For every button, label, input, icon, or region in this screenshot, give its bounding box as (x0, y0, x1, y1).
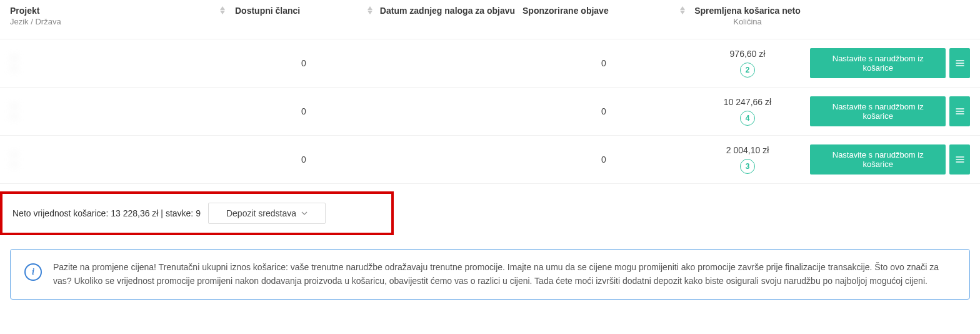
col-header-articles[interactable]: Dostupni članci (235, 5, 372, 26)
cell-cart: 2 004,10 zł 3 (685, 145, 810, 174)
cell-actions: Nastavite s narudžbom iz košarice (810, 96, 970, 126)
summary-text: Neto vrijednost košarice: 13 228,36 zł |… (12, 208, 201, 218)
table-row: — — 0 0 10 247,66 zł 4 Nastavite s narud… (0, 88, 980, 136)
cell-sponsored: 0 (522, 58, 685, 68)
table-header: Projekt Jezik / Država Dostupni članci D… (0, 0, 980, 39)
col-project-label: Projekt (10, 5, 61, 17)
cart-qty-badge: 3 (740, 159, 755, 174)
sort-icon[interactable] (368, 5, 372, 14)
col-cart-sub: Količina (694, 17, 801, 26)
cell-project: — — (10, 53, 235, 74)
deposit-funds-button[interactable]: Depozit sredstava (208, 203, 326, 224)
cart-amount: 2 004,10 zł (685, 145, 810, 155)
cell-sponsored: 0 (522, 106, 685, 116)
price-change-info: i Pazite na promjene cijena! Trenutačni … (10, 249, 970, 300)
projects-table: Projekt Jezik / Država Dostupni članci D… (0, 0, 980, 184)
hamburger-icon (955, 106, 965, 116)
col-header-date[interactable]: Datum zadnjeg naloga za objavu (372, 5, 522, 26)
sort-icon[interactable] (220, 5, 225, 14)
row-menu-button[interactable] (949, 144, 970, 175)
hamburger-icon (955, 58, 965, 68)
continue-order-button[interactable]: Nastavite s narudžbom iz košarice (810, 144, 946, 175)
cart-summary: Neto vrijednost košarice: 13 228,36 zł |… (0, 191, 394, 235)
cell-project: — — (10, 101, 235, 122)
continue-order-button[interactable]: Nastavite s narudžbom iz košarice (810, 48, 946, 78)
row-menu-button[interactable] (949, 48, 970, 78)
col-date-label: Datum zadnjeg naloga za objavu (380, 5, 515, 17)
table-body: — — 0 0 976,60 zł 2 Nastavite s narudžbo… (0, 39, 980, 184)
col-header-sponsored[interactable]: Sponzorirane objave (522, 5, 685, 26)
chevron-down-icon (301, 211, 308, 215)
cart-qty-badge: 2 (740, 63, 755, 78)
col-sponsored-label: Sponzorirane objave (522, 5, 609, 17)
col-header-actions (810, 5, 970, 26)
cell-articles: 0 (235, 106, 372, 116)
cell-cart: 976,60 zł 2 (685, 49, 810, 78)
cart-qty-badge: 4 (740, 111, 755, 126)
continue-order-button[interactable]: Nastavite s narudžbom iz košarice (810, 96, 946, 126)
hamburger-icon (955, 154, 965, 164)
info-icon: i (24, 263, 42, 281)
cell-project: — — (10, 149, 235, 170)
table-row: — — 0 0 976,60 zł 2 Nastavite s narudžbo… (0, 39, 980, 88)
col-articles-label: Dostupni članci (235, 5, 300, 17)
cell-actions: Nastavite s narudžbom iz košarice (810, 144, 970, 175)
col-project-sub: Jezik / Država (10, 17, 61, 26)
row-menu-button[interactable] (949, 96, 970, 126)
col-header-cart[interactable]: Spremljena košarica neto Količina (685, 5, 810, 26)
cart-amount: 976,60 zł (685, 49, 810, 59)
info-text: Pazite na promjene cijena! Trenutačni uk… (53, 261, 956, 288)
cell-actions: Nastavite s narudžbom iz košarice (810, 48, 970, 78)
cell-sponsored: 0 (522, 154, 685, 164)
cell-articles: 0 (235, 58, 372, 68)
sort-icon[interactable] (680, 5, 685, 14)
cart-amount: 10 247,66 zł (685, 97, 810, 107)
col-header-project[interactable]: Projekt Jezik / Država (10, 5, 235, 26)
col-cart-label: Spremljena košarica neto (694, 5, 801, 17)
cell-articles: 0 (235, 154, 372, 164)
cell-cart: 10 247,66 zł 4 (685, 97, 810, 126)
table-row: — — 0 0 2 004,10 zł 3 Nastavite s narudž… (0, 136, 980, 184)
